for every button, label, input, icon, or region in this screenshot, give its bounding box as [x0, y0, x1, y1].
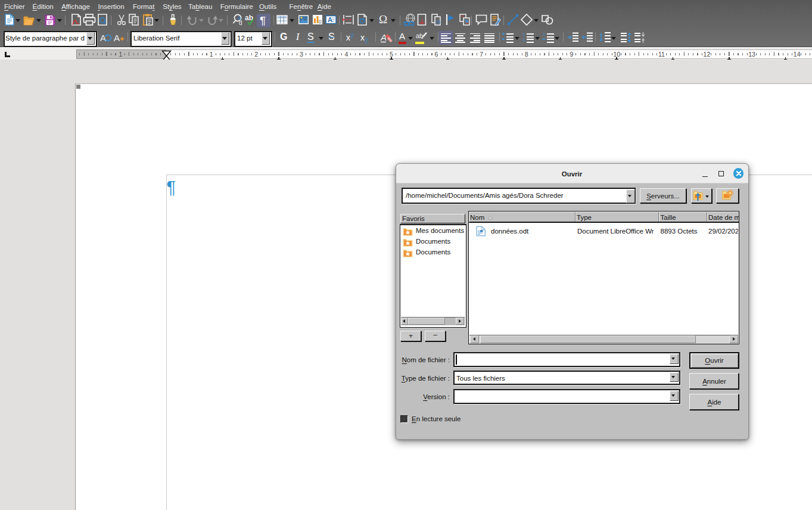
- svg-text:A: A: [114, 33, 120, 43]
- svg-text:(i): (i): [436, 19, 440, 24]
- svg-text:1: 1: [421, 17, 424, 24]
- svg-text:Ω: Ω: [379, 13, 387, 26]
- svg-text:A: A: [328, 16, 332, 23]
- svg-text:¶: ¶: [260, 14, 266, 27]
- svg-text:A: A: [100, 33, 106, 43]
- svg-text:A: A: [380, 32, 387, 42]
- svg-text:d: d: [239, 20, 242, 26]
